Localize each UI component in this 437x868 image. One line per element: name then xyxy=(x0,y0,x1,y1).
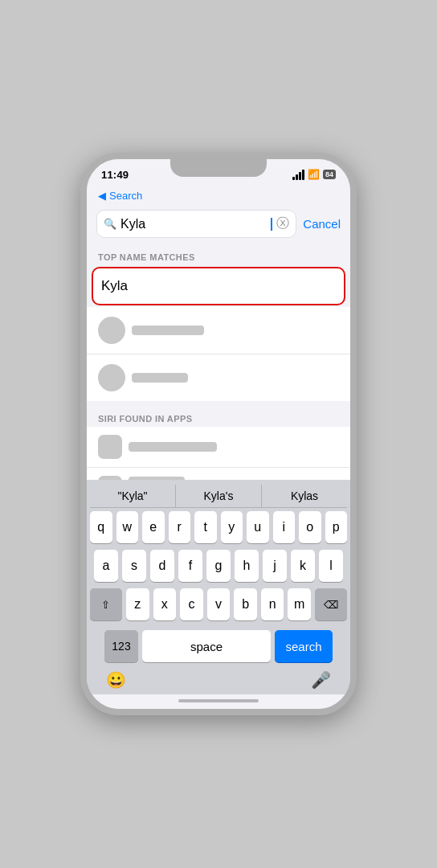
avatar-3 xyxy=(98,364,125,391)
key-m[interactable]: m xyxy=(288,588,311,620)
key-b[interactable]: b xyxy=(234,588,257,620)
search-input-wrapper[interactable]: 🔍 Kyla ⓧ xyxy=(96,210,296,238)
key-a[interactable]: a xyxy=(94,550,118,582)
key-s[interactable]: s xyxy=(122,550,146,582)
blurred-name-2 xyxy=(132,326,204,335)
phone-frame: 11:49 📶 84 ◀ Search 🔍 Kyla ⓧ Cancel TOP … xyxy=(80,153,357,715)
signal-bars-icon xyxy=(292,170,304,180)
siri-section-header: SIRI FOUND IN APPS xyxy=(87,406,350,427)
key-c[interactable]: c xyxy=(180,588,203,620)
key-row-bottom: 123 space search xyxy=(90,630,347,662)
top-name-matches-header: TOP NAME MATCHES xyxy=(87,244,350,265)
siri-result-1[interactable] xyxy=(87,427,350,468)
search-bar-row: 🔍 Kyla ⓧ Cancel xyxy=(87,207,350,244)
key-z[interactable]: z xyxy=(126,588,149,620)
search-input[interactable]: Kyla xyxy=(120,217,266,231)
top-result-row[interactable]: Kyla xyxy=(92,267,345,305)
home-indicator-bar xyxy=(87,694,350,709)
home-bar xyxy=(178,699,259,702)
key-v[interactable]: v xyxy=(207,588,231,620)
battery-indicator: 84 xyxy=(323,170,336,179)
siri-text-1 xyxy=(129,442,217,452)
autocomplete-item-3[interactable]: Kylas xyxy=(262,485,347,507)
status-time: 11:49 xyxy=(101,169,129,181)
status-icons: 📶 84 xyxy=(292,169,336,180)
text-cursor xyxy=(271,218,272,231)
key-search[interactable]: search xyxy=(275,630,333,662)
key-d[interactable]: d xyxy=(150,550,174,582)
clear-search-button[interactable]: ⓧ xyxy=(276,215,289,232)
result-row-2[interactable] xyxy=(87,307,350,354)
bottom-icons-row: 😀 🎤 xyxy=(90,667,347,691)
blurred-name-3 xyxy=(132,373,188,383)
content-area: TOP NAME MATCHES Kyla SIRI FOUND IN APPS xyxy=(87,244,350,480)
search-icon: 🔍 xyxy=(104,218,116,230)
back-arrow-icon: ◀ xyxy=(98,190,106,202)
key-k[interactable]: k xyxy=(291,550,315,582)
key-r[interactable]: r xyxy=(169,511,191,543)
key-j[interactable]: j xyxy=(263,550,287,582)
key-delete[interactable]: ⌫ xyxy=(315,588,347,620)
key-y[interactable]: y xyxy=(221,511,243,543)
key-e[interactable]: e xyxy=(142,511,165,543)
key-row-1: q w e r t y u i o p xyxy=(90,511,347,543)
key-u[interactable]: u xyxy=(247,511,269,543)
result-row-3[interactable] xyxy=(87,354,350,401)
blurred-siri-1 xyxy=(129,442,217,452)
key-i[interactable]: i xyxy=(273,511,296,543)
autocomplete-row: "Kyla" Kyla's Kylas xyxy=(90,485,347,508)
autocomplete-item-2[interactable]: Kyla's xyxy=(176,485,262,507)
back-button[interactable]: Search xyxy=(109,190,142,202)
key-o[interactable]: o xyxy=(299,511,321,543)
notch xyxy=(170,159,267,177)
key-p[interactable]: p xyxy=(325,511,348,543)
key-w[interactable]: w xyxy=(116,511,139,543)
key-space[interactable]: space xyxy=(142,630,271,662)
key-f[interactable]: f xyxy=(178,550,202,582)
key-l[interactable]: l xyxy=(319,550,343,582)
key-row-2: a s d f g h j k l xyxy=(90,550,347,582)
key-t[interactable]: t xyxy=(194,511,217,543)
key-shift[interactable]: ⇧ xyxy=(90,588,122,620)
emoji-icon[interactable]: 😀 xyxy=(106,670,126,690)
wifi-icon: 📶 xyxy=(308,169,320,180)
microphone-icon[interactable]: 🎤 xyxy=(311,670,331,690)
cancel-button[interactable]: Cancel xyxy=(303,217,341,231)
key-row-3: ⇧ z x c v b n m ⌫ xyxy=(90,588,347,620)
siri-result-2[interactable] xyxy=(87,468,350,480)
key-n[interactable]: n xyxy=(261,588,284,620)
key-x[interactable]: x xyxy=(153,588,177,620)
key-q[interactable]: q xyxy=(90,511,112,543)
nav-bar: ◀ Search xyxy=(87,186,350,207)
avatar-2 xyxy=(98,317,125,344)
keys-area: q w e r t y u i o p a s d f g h j k xyxy=(90,511,347,662)
top-result-name: Kyla xyxy=(101,278,128,294)
app-icon-1 xyxy=(98,435,122,459)
key-h[interactable]: h xyxy=(235,550,259,582)
autocomplete-item-1[interactable]: "Kyla" xyxy=(90,485,176,507)
key-numbers[interactable]: 123 xyxy=(104,630,138,662)
key-g[interactable]: g xyxy=(206,550,231,582)
keyboard: "Kyla" Kyla's Kylas q w e r t y u i o p … xyxy=(87,480,350,694)
